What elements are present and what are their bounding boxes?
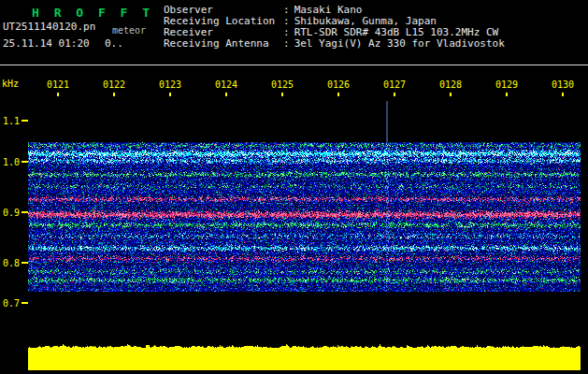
time-tick	[562, 93, 564, 96]
hrofft-screen: H R O F F T UT2511140120.pn meteor 25.11…	[0, 0, 588, 374]
time-tick	[113, 93, 115, 96]
time-label: 0124	[212, 79, 240, 90]
info-separator: :	[283, 37, 290, 50]
freq-tick	[22, 120, 28, 122]
time-label: 0126	[324, 79, 352, 90]
time-tick	[450, 93, 452, 96]
signal-level-strip	[28, 342, 581, 370]
freq-label: 1.1	[0, 116, 20, 126]
vertical-echo-streak	[386, 101, 388, 142]
freq-label: 0.7	[0, 298, 20, 309]
spectrogram-canvas	[28, 142, 581, 292]
time-tick	[281, 93, 283, 96]
time-tick	[225, 93, 227, 96]
mode-label: meteor	[112, 25, 146, 36]
time-label: 0123	[156, 79, 184, 90]
time-label: 0121	[44, 79, 72, 90]
station-info: Observer:Masaki Kano Receiving Location:…	[164, 5, 505, 50]
time-tick	[337, 93, 339, 96]
info-row-antenna: Receiving Antenna:3el Yagi(V) Az 330 for…	[164, 38, 505, 50]
counter: 0..	[105, 37, 123, 50]
time-tick	[57, 93, 59, 96]
time-label: 0122	[100, 79, 128, 90]
freq-label: 0.8	[0, 258, 20, 268]
time-label: 0128	[437, 79, 465, 90]
freq-tick	[22, 161, 28, 163]
freq-tick	[22, 302, 28, 304]
output-filename: UT2511140120.pn	[3, 21, 95, 33]
freq-label: 1.0	[0, 157, 20, 167]
y-axis-unit: kHz	[2, 79, 19, 89]
info-value: 3el Yagi(V) Az 330 for Vladivostok	[290, 37, 505, 50]
freq-label: 0.9	[0, 208, 20, 218]
time-tick	[506, 93, 508, 96]
time-label: 0127	[380, 79, 409, 90]
freq-tick	[22, 262, 28, 264]
time-label: 0129	[493, 79, 521, 90]
info-label: Receiving Antenna	[164, 38, 283, 50]
time-tick	[169, 93, 171, 96]
time-tick	[394, 93, 395, 96]
header-divider	[0, 65, 588, 65]
app-title: H R O F F T	[32, 6, 153, 20]
time-label: 0125	[268, 79, 296, 90]
time-label: 0130	[549, 79, 577, 90]
freq-tick	[22, 211, 28, 213]
timestamp: 25.11.14 01:20	[3, 37, 90, 50]
